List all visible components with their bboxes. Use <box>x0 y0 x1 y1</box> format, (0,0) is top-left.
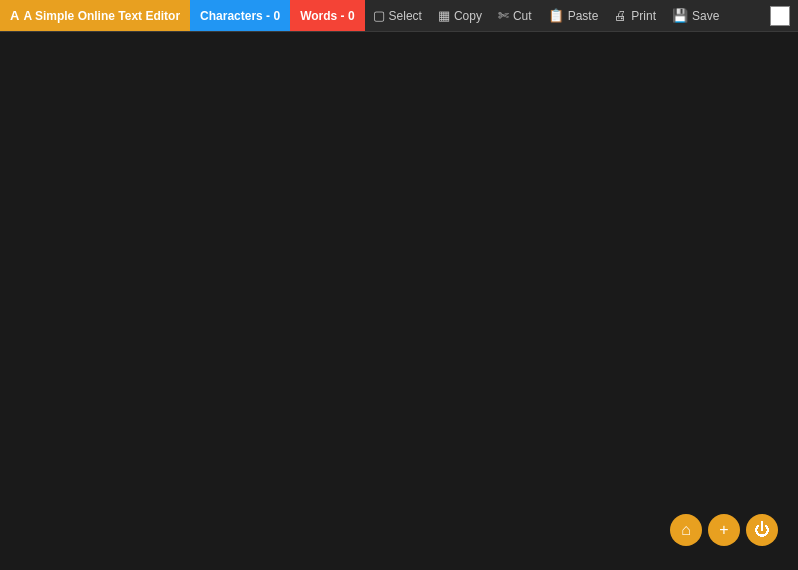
paste-button[interactable]: 📋 Paste <box>540 0 607 31</box>
add-float-button[interactable]: + <box>708 514 740 546</box>
words-badge: Words - 0 <box>290 0 364 31</box>
paste-label: Paste <box>568 9 599 23</box>
save-icon: 💾 <box>672 8 688 23</box>
copy-icon: ▦ <box>438 8 450 23</box>
cut-button[interactable]: ✄ Cut <box>490 0 540 31</box>
copy-label: Copy <box>454 9 482 23</box>
toolbar: A A Simple Online Text Editor Characters… <box>0 0 798 32</box>
floating-buttons: ⌂ + ⏻ <box>670 514 778 546</box>
cut-label: Cut <box>513 9 532 23</box>
print-label: Print <box>631 9 656 23</box>
power-float-button[interactable]: ⏻ <box>746 514 778 546</box>
power-icon: ⏻ <box>754 521 770 539</box>
app-title: A A Simple Online Text Editor <box>0 0 190 31</box>
print-button[interactable]: 🖨 Print <box>606 0 664 31</box>
color-swatch[interactable] <box>770 6 790 26</box>
app-title-label: A Simple Online Text Editor <box>23 9 180 23</box>
select-icon: ▢ <box>373 8 385 23</box>
app-icon: A <box>10 8 19 23</box>
cut-icon: ✄ <box>498 8 509 23</box>
home-icon: ⌂ <box>681 521 691 539</box>
add-icon: + <box>719 521 728 539</box>
print-icon: 🖨 <box>614 8 627 23</box>
save-label: Save <box>692 9 719 23</box>
save-button[interactable]: 💾 Save <box>664 0 727 31</box>
home-float-button[interactable]: ⌂ <box>670 514 702 546</box>
words-label: Words - 0 <box>300 9 354 23</box>
select-button[interactable]: ▢ Select <box>365 0 430 31</box>
copy-button[interactable]: ▦ Copy <box>430 0 490 31</box>
characters-badge: Characters - 0 <box>190 0 290 31</box>
characters-label: Characters - 0 <box>200 9 280 23</box>
select-label: Select <box>389 9 422 23</box>
paste-icon: 📋 <box>548 8 564 23</box>
editor-area[interactable]: ⌂ + ⏻ <box>0 32 798 570</box>
